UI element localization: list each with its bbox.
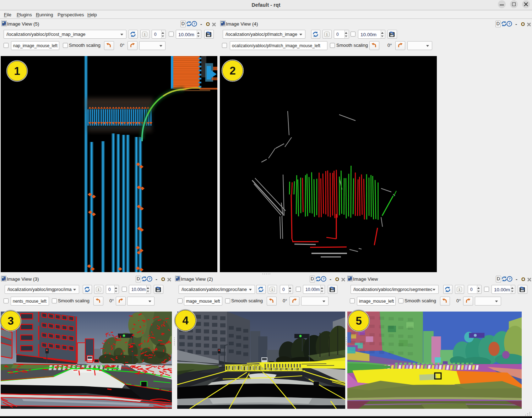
svg-text:4: 4 bbox=[182, 314, 189, 327]
svg-text:1: 1 bbox=[326, 33, 328, 36]
svg-text:?: ? bbox=[509, 277, 511, 281]
svg-text:?: ? bbox=[508, 22, 510, 26]
svg-text:3: 3 bbox=[7, 315, 13, 327]
svg-text:?: ? bbox=[322, 277, 325, 281]
svg-text:1: 1 bbox=[14, 65, 20, 77]
svg-text:2: 2 bbox=[229, 65, 235, 77]
svg-text:1: 1 bbox=[271, 288, 273, 291]
svg-text:1: 1 bbox=[458, 288, 460, 291]
svg-text:?: ? bbox=[193, 22, 195, 26]
svg-text:1: 1 bbox=[144, 33, 146, 36]
svg-text:?: ? bbox=[148, 277, 151, 281]
svg-text:5: 5 bbox=[355, 315, 362, 327]
svg-text:1: 1 bbox=[98, 288, 99, 291]
